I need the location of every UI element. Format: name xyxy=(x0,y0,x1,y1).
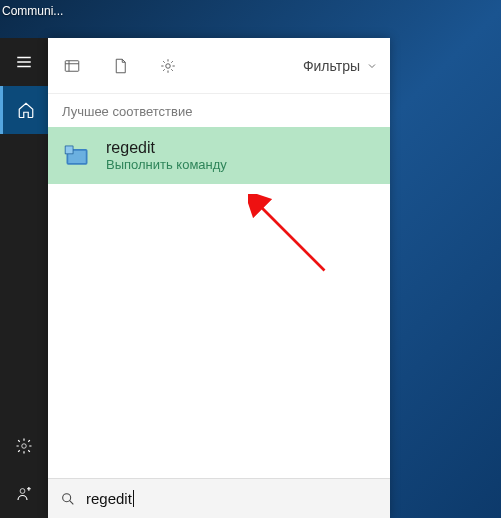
cortana-sidebar xyxy=(0,38,48,518)
desktop-shortcut-label[interactable]: Communi... xyxy=(2,4,63,18)
gear-small-icon xyxy=(159,57,177,75)
person-icon xyxy=(15,485,33,503)
search-icon xyxy=(60,491,76,507)
svg-point-3 xyxy=(166,63,171,68)
svg-point-0 xyxy=(22,444,27,449)
documents-tab[interactable] xyxy=(108,54,132,78)
regedit-icon xyxy=(62,141,92,171)
results-area xyxy=(48,184,390,478)
document-icon xyxy=(111,57,129,75)
svg-point-1 xyxy=(20,489,25,494)
filters-label: Фильтры xyxy=(303,58,360,74)
apps-tab[interactable] xyxy=(60,54,84,78)
chevron-down-icon xyxy=(366,60,378,72)
feedback-button[interactable] xyxy=(0,470,48,518)
panel-tabs: Фильтры xyxy=(48,38,390,94)
filters-dropdown[interactable]: Фильтры xyxy=(303,58,378,74)
search-input-bar[interactable]: regedit xyxy=(48,478,390,518)
search-result-regedit[interactable]: regedit Выполнить команду xyxy=(48,127,390,184)
gear-icon xyxy=(15,437,33,455)
hamburger-icon xyxy=(15,53,33,71)
apps-icon xyxy=(63,57,81,75)
settings-tab[interactable] xyxy=(156,54,180,78)
annotation-arrow xyxy=(248,194,338,284)
search-panel: Фильтры Лучшее соответствие regedit Выпо… xyxy=(48,38,390,518)
svg-rect-2 xyxy=(65,60,79,71)
search-query-text: regedit xyxy=(86,490,134,507)
home-icon xyxy=(17,101,35,119)
settings-button[interactable] xyxy=(0,422,48,470)
result-subtitle: Выполнить команду xyxy=(106,157,227,172)
svg-rect-7 xyxy=(66,146,73,153)
svg-point-9 xyxy=(63,493,71,501)
menu-button[interactable] xyxy=(0,38,48,86)
svg-line-8 xyxy=(259,205,325,271)
result-title: regedit xyxy=(106,139,227,157)
best-match-header: Лучшее соответствие xyxy=(48,94,390,127)
home-button[interactable] xyxy=(0,86,48,134)
